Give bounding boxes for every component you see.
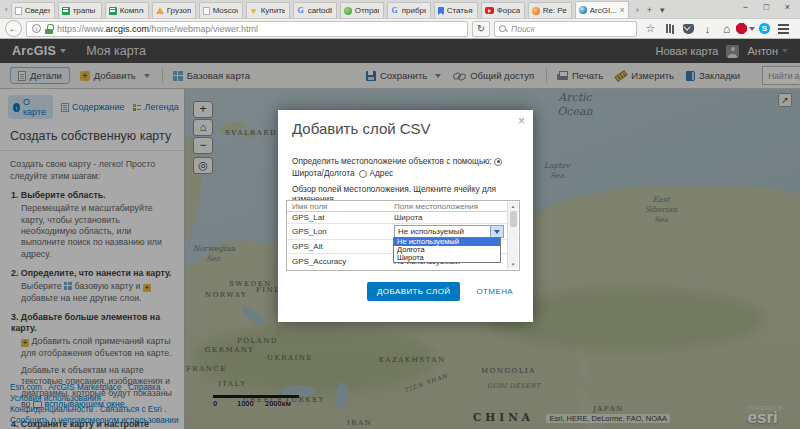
browser-tabbar: ‹ Сведени... трапы ко... Комплек... [0,0,800,18]
green-dot-icon [344,7,352,15]
globe-icon [579,6,587,14]
tab-label: ArcGI... [590,6,619,15]
scrollbar-thumb[interactable] [510,211,517,227]
adblock-icon[interactable] [736,21,755,37]
orange-dot-icon [532,7,540,15]
tab-scroll-left-icon[interactable]: ‹ [2,5,11,14]
tab-label: Купить б... [261,6,285,15]
tab-label: трапы ко... [73,6,97,15]
table-scrollbar[interactable]: ▲ ▼ [507,202,518,269]
new-tab-button[interactable]: + [643,5,656,15]
close-icon[interactable]: × [518,114,525,128]
tab-label: Re: Репет... [543,6,567,15]
tab-label: Сведени... [25,6,50,15]
browser-search-field[interactable]: Поиск [494,21,637,37]
browser-tab[interactable]: cartodb -... [293,2,337,18]
tab-label: Грузопе... [167,6,191,15]
scroll-down-icon[interactable]: ▼ [511,260,515,269]
tab-label: Комплек... [120,6,144,15]
table-row[interactable]: GPS_Lat Широта [287,212,519,224]
youtube-icon [485,7,494,14]
dropdown-option[interactable]: Широта [394,254,500,262]
scroll-up-icon[interactable]: ▲ [511,202,515,211]
table-header: Имя поля Поля местоположения [287,201,519,212]
window-maximize-button[interactable]: □ [756,1,777,15]
browser-tab[interactable]: Отправ... [340,2,384,18]
tab-list-icon[interactable]: ▾ [656,5,669,15]
page-icon [15,7,22,15]
flag-icon [438,7,444,15]
site-info-icon[interactable] [32,24,41,33]
tab-overflow-icon[interactable]: › [632,5,643,15]
browser-tab[interactable]: Статья 6... [434,2,478,18]
window-close-button[interactable]: × [777,1,798,15]
browser-navbar: ← https://www.arcgis.com/home/webmap/vie… [0,18,800,39]
google-icon [391,7,399,15]
latlon-radio[interactable] [494,158,502,166]
browser-tab[interactable]: трапы ко... [58,2,102,18]
select-arrow-icon[interactable] [490,226,503,237]
browser-tab[interactable]: Re: Репет... [528,2,572,18]
address-label: Адрес [369,168,393,178]
browser-tab[interactable]: Сведени... [11,2,55,18]
window-minimize-button[interactable]: − [735,1,756,15]
locate-using-label: Определить местоположение объектов с пом… [292,156,524,166]
cancel-button[interactable]: ОТМЕНА [476,287,513,296]
location-field-dropdown: Не используемый Долгота Широта [393,237,501,263]
locate-options: Широта/Долгота Адрес [292,168,393,178]
browser-tab[interactable]: Грузопе... [152,2,196,18]
sheets-icon [109,7,117,15]
url-text: https://www.arcgis.com/home/webmap/viewe… [57,24,258,34]
browser-tab[interactable]: прибреж... [387,2,431,18]
search-icon [499,25,507,33]
arcgis-app: ArcGIS Моя карта Новая карта Антон Детал… [0,39,800,429]
navbar-icons [641,21,793,37]
library-icon[interactable] [660,21,679,37]
browser-tab[interactable]: Комплек... [105,2,149,18]
browser-tab[interactable]: Купить б... [246,2,290,18]
window-controls: − □ × [735,1,798,15]
tab-label: Отправ... [355,6,379,15]
pocket-icon[interactable] [679,21,698,37]
heart-icon [250,7,258,15]
back-button[interactable]: ← [5,20,22,37]
tab-label: cartodb -... [308,6,332,15]
warning-icon [156,7,164,14]
tab-label: Статья 6... [447,6,473,15]
page-icon [203,7,210,15]
address-radio[interactable] [359,170,367,178]
address-bar[interactable]: https://www.arcgis.com/home/webmap/viewe… [26,21,468,37]
https-lock-icon[interactable] [45,23,53,34]
tab-close-icon[interactable]: × [619,5,624,15]
tab-label: Форсаж... [497,6,520,15]
browser-tab[interactable]: Moscow Stat... [199,2,243,18]
reload-button[interactable]: ↻ [472,21,490,37]
latlon-label: Широта/Долгота [292,168,355,178]
browser-tab[interactable]: Форсаж... [481,2,525,18]
add-csv-layer-dialog: Добавить слой CSV × Определить местополо… [278,110,533,322]
home-icon[interactable] [717,21,736,37]
bookmark-star-icon[interactable] [641,21,660,37]
screen: ‹ Сведени... трапы ко... Комплек... [0,0,800,429]
tab-label: Moscow Stat... [213,6,238,15]
download-icon[interactable] [698,21,717,37]
add-layer-button[interactable]: ДОБАВИТЬ СЛОЙ [367,282,460,301]
tab-label: прибреж... [402,6,426,15]
search-placeholder: Поиск [511,24,535,34]
sheets-icon [62,7,70,15]
browser-tab[interactable]: ArcGI... × [575,1,629,18]
menu-icon[interactable] [774,21,793,37]
skype-icon[interactable] [755,21,774,37]
google-icon [297,7,305,15]
dialog-title: Добавить слой CSV [292,120,431,137]
